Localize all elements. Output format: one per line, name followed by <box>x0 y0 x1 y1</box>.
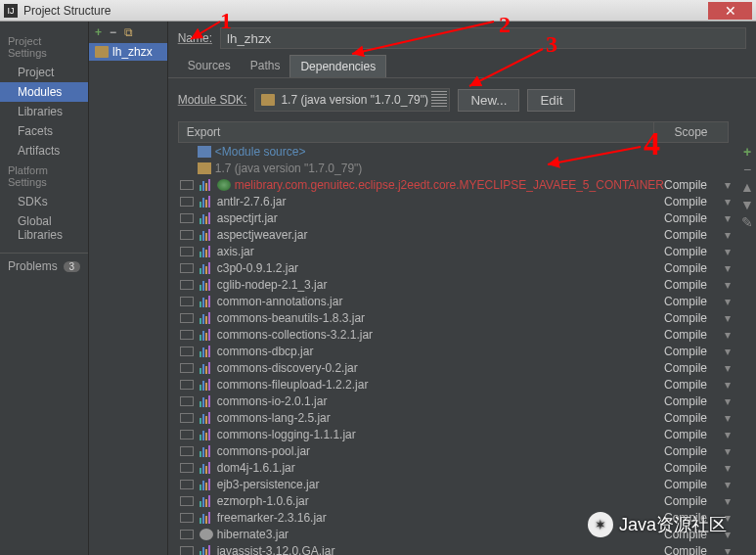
move-up-icon[interactable]: ▲ <box>740 180 754 194</box>
dependency-row[interactable]: commons-collections-3.2.1.jarCompile▾ <box>178 326 738 343</box>
scope-caret-icon[interactable]: ▾ <box>725 528 738 541</box>
scope-value[interactable]: Compile <box>664 345 725 358</box>
export-checkbox[interactable] <box>180 446 194 456</box>
export-checkbox[interactable] <box>180 413 194 423</box>
scope-value[interactable]: Compile <box>664 478 725 491</box>
add-dependency-icon[interactable]: + <box>740 145 754 159</box>
export-checkbox[interactable] <box>180 213 194 223</box>
scope-value[interactable]: Compile <box>664 178 725 192</box>
module-item[interactable]: lh_zhzx <box>89 43 167 61</box>
export-checkbox[interactable] <box>180 546 194 556</box>
scope-caret-icon[interactable]: ▾ <box>725 228 738 242</box>
dependency-row[interactable]: melibrary.com.genuitec.eclipse.j2eedt.co… <box>178 176 738 193</box>
sidebar-item-artifacts[interactable]: Artifacts <box>0 141 88 161</box>
dependency-row[interactable]: common-annotations.jarCompile▾ <box>178 293 738 309</box>
dependency-row[interactable]: commons-lang-2.5.jarCompile▾ <box>178 409 738 426</box>
export-checkbox[interactable] <box>180 230 194 240</box>
scope-value[interactable]: Compile <box>664 295 725 308</box>
export-checkbox[interactable] <box>180 180 194 190</box>
export-checkbox[interactable] <box>180 313 194 323</box>
scope-value[interactable]: Compile <box>664 311 725 325</box>
scope-caret-icon[interactable]: ▾ <box>725 511 738 525</box>
dependency-row[interactable]: cglib-nodep-2.1_3.jarCompile▾ <box>178 276 738 293</box>
scope-caret-icon[interactable]: ▾ <box>725 295 738 308</box>
scope-caret-icon[interactable]: ▾ <box>725 211 738 225</box>
export-checkbox[interactable] <box>180 280 194 290</box>
dependency-row[interactable]: commons-pool.jarCompile▾ <box>178 442 738 459</box>
scope-caret-icon[interactable]: ▾ <box>725 278 738 292</box>
export-checkbox[interactable] <box>180 463 194 473</box>
edit-dependency-icon[interactable]: ✎ <box>740 215 754 229</box>
scope-caret-icon[interactable]: ▾ <box>725 394 738 408</box>
export-checkbox[interactable] <box>180 247 194 256</box>
dependencies-list[interactable]: <Module source>1.7 (java version "1.7.0_… <box>168 143 738 555</box>
scope-value[interactable]: Compile <box>664 195 725 208</box>
scope-caret-icon[interactable]: ▾ <box>725 378 738 392</box>
dependency-row[interactable]: commons-dbcp.jarCompile▾ <box>178 343 738 359</box>
remove-module-icon[interactable]: − <box>110 25 116 39</box>
scope-caret-icon[interactable]: ▾ <box>725 478 738 491</box>
sidebar-item-modules[interactable]: Modules <box>0 82 88 102</box>
scope-caret-icon[interactable]: ▾ <box>725 178 738 192</box>
export-checkbox[interactable] <box>180 197 194 207</box>
export-checkbox[interactable] <box>180 513 194 523</box>
scope-caret-icon[interactable]: ▾ <box>725 444 738 458</box>
dependency-row[interactable]: aspectjweaver.jarCompile▾ <box>178 226 738 243</box>
export-checkbox[interactable] <box>180 496 194 506</box>
dependency-row[interactable]: ejb3-persistence.jarCompile▾ <box>178 476 738 492</box>
scope-caret-icon[interactable]: ▾ <box>725 544 738 556</box>
dependency-row[interactable]: javassist-3.12.0.GA.jarCompile▾ <box>178 542 738 555</box>
module-name-input[interactable] <box>220 27 746 49</box>
edit-sdk-button[interactable]: Edit <box>527 89 575 112</box>
export-checkbox[interactable] <box>180 530 194 539</box>
export-checkbox[interactable] <box>180 480 194 489</box>
sidebar-item-libraries[interactable]: Libraries <box>0 102 88 121</box>
scope-value[interactable]: Compile <box>664 261 725 275</box>
scope-value[interactable]: Compile <box>664 444 725 458</box>
scope-caret-icon[interactable]: ▾ <box>725 428 738 441</box>
problems-item[interactable]: Problems 3 <box>0 253 88 279</box>
sidebar-item-project[interactable]: Project <box>0 63 88 82</box>
scope-caret-icon[interactable]: ▾ <box>725 195 738 208</box>
new-sdk-button[interactable]: New... <box>458 89 519 112</box>
sidebar-item-sdks[interactable]: SDKs <box>0 192 88 211</box>
scope-caret-icon[interactable]: ▾ <box>725 494 738 508</box>
export-checkbox[interactable] <box>180 330 194 340</box>
scope-caret-icon[interactable]: ▾ <box>725 345 738 358</box>
export-checkbox[interactable] <box>180 396 194 406</box>
copy-module-icon[interactable]: ⧉ <box>124 25 133 39</box>
scope-value[interactable]: Compile <box>664 494 725 508</box>
scope-caret-icon[interactable]: ▾ <box>725 261 738 275</box>
dependency-row[interactable]: commons-io-2.0.1.jarCompile▾ <box>178 393 738 409</box>
scope-value[interactable]: Compile <box>664 278 725 292</box>
scope-value[interactable]: Compile <box>664 544 725 556</box>
dependency-row[interactable]: dom4j-1.6.1.jarCompile▾ <box>178 459 738 476</box>
export-checkbox[interactable] <box>180 347 194 356</box>
scope-caret-icon[interactable]: ▾ <box>725 245 738 258</box>
close-button[interactable]: ✕ <box>708 2 752 20</box>
scope-value[interactable]: Compile <box>664 211 725 225</box>
module-sdk-select[interactable]: 1.7 (java version "1.7.0_79") <box>254 88 450 112</box>
scope-caret-icon[interactable]: ▾ <box>725 361 738 375</box>
scope-value[interactable]: Compile <box>664 361 725 375</box>
tab-sources[interactable]: Sources <box>178 55 241 77</box>
scope-value[interactable]: Compile <box>664 411 725 425</box>
scope-value[interactable]: Compile <box>664 228 725 242</box>
export-checkbox[interactable] <box>180 363 194 373</box>
scope-column-header[interactable]: Scope <box>654 122 728 142</box>
scope-value[interactable]: Compile <box>664 394 725 408</box>
dependency-row[interactable]: ezmorph-1.0.6.jarCompile▾ <box>178 492 738 509</box>
dependency-row[interactable]: antlr-2.7.6.jarCompile▾ <box>178 193 738 209</box>
export-checkbox[interactable] <box>180 430 194 439</box>
sidebar-item-global-libraries[interactable]: Global Libraries <box>0 211 88 245</box>
scope-value[interactable]: Compile <box>664 378 725 392</box>
remove-dependency-icon[interactable]: − <box>740 162 754 176</box>
tab-dependencies[interactable]: Dependencies <box>289 55 386 77</box>
dependency-row[interactable]: c3p0-0.9.1.2.jarCompile▾ <box>178 259 738 276</box>
dependency-row[interactable]: <Module source> <box>178 143 738 160</box>
scope-value[interactable]: Compile <box>664 245 725 258</box>
tab-paths[interactable]: Paths <box>241 55 290 77</box>
dependency-row[interactable]: commons-beanutils-1.8.3.jarCompile▾ <box>178 309 738 326</box>
scope-value[interactable]: Compile <box>664 461 725 475</box>
export-checkbox[interactable] <box>180 380 194 390</box>
